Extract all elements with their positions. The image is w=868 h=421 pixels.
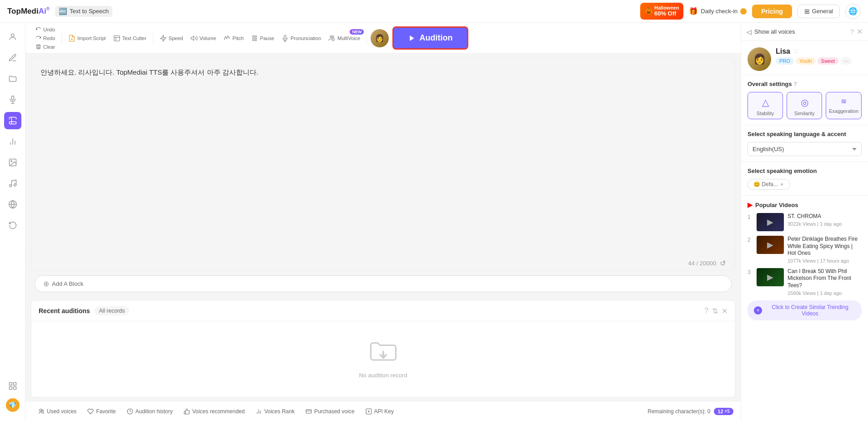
audition-button[interactable]: Audition	[392, 26, 468, 50]
video-meta-2: 1077k Views | 17 hours ago	[788, 258, 862, 264]
multivoice-label: MultiVoice	[337, 36, 360, 41]
api-key-label: API Key	[374, 408, 394, 415]
emotion-section-title: Select speaking emotion	[748, 167, 862, 174]
video-info-3: Can I Break 50 With Phil Mickelson From …	[788, 268, 862, 296]
credit-amount: 12	[717, 409, 723, 414]
similarity-setting[interactable]: ◎ Similarity	[787, 92, 822, 119]
tts-badge: 🔤 Text to Speech	[55, 6, 112, 17]
text-cutter-button[interactable]: Text Cutter	[110, 33, 149, 44]
svg-marker-16	[191, 36, 194, 40]
language-select[interactable]: English(US)	[748, 142, 862, 156]
stability-setting[interactable]: △ Stability	[748, 92, 783, 119]
pitch-button[interactable]: Pitch	[221, 33, 246, 44]
language-section: Select speaking language & accent Englis…	[741, 125, 868, 162]
sidebar-icon-image[interactable]	[4, 154, 21, 171]
show-all-voices-label[interactable]: Show all voices	[754, 28, 848, 35]
daily-checkin-button[interactable]: 🎁 Daily check-in	[689, 7, 747, 15]
halloween-label: Halloween60% Off	[654, 5, 679, 17]
purchased-voice-item[interactable]: Purchased voice	[300, 408, 360, 415]
plus-circle-icon: +	[754, 306, 762, 314]
emotion-chip[interactable]: 😊 Defa... ▼	[748, 179, 790, 190]
svg-rect-1	[11, 96, 14, 100]
used-voices-item[interactable]: Used voices	[33, 408, 82, 415]
language-button[interactable]: 🌐	[845, 4, 861, 19]
emotion-section-label: Select speaking emotion	[748, 167, 817, 174]
char-count: 44 / 20000	[688, 260, 716, 267]
help-icon-panel[interactable]: ?	[850, 28, 854, 36]
svg-rect-10	[13, 387, 16, 390]
import-script-button[interactable]: Import Script	[65, 33, 108, 44]
help-icon-recent[interactable]: ?	[704, 307, 708, 315]
volume-button[interactable]: Volume	[188, 33, 219, 44]
sidebar-icon-folder[interactable]	[4, 70, 21, 87]
sidebar-icon-globe[interactable]	[4, 196, 21, 213]
api-key-item[interactable]: API Key	[360, 408, 399, 415]
svg-marker-21	[410, 36, 414, 41]
voices-rank-item[interactable]: Voices Rank	[250, 408, 300, 415]
pronunciation-button[interactable]: Pronunciation	[279, 33, 324, 44]
halloween-button[interactable]: 🎃 Halloween60% Off	[640, 3, 683, 19]
sidebar-icon-chart[interactable]	[4, 133, 21, 150]
emotion-default-label: 😊 Defa...	[753, 181, 778, 188]
sort-icon[interactable]: ⇅	[712, 307, 718, 315]
sidebar-icon-mic[interactable]	[4, 91, 21, 108]
sidebar-premium-badge[interactable]: 💎	[6, 398, 20, 412]
pause-button[interactable]: Pause	[248, 33, 277, 44]
pronunciation-label: Pronunciation	[291, 36, 321, 41]
sidebar-icon-music[interactable]	[4, 175, 21, 192]
stability-icon: △	[762, 97, 769, 108]
video-item-1[interactable]: 1 ▶ ST. CHROMA 3022k Views | 1 day ago	[748, 213, 862, 231]
close-recent-icon[interactable]: ✕	[722, 307, 728, 315]
redo-label: Redo	[43, 36, 55, 41]
voice-name: Lisa	[776, 47, 790, 56]
video-meta-1: 3022k Views | 1 day ago	[788, 221, 862, 227]
voices-recommended-item[interactable]: Voices recommended	[178, 408, 250, 415]
close-panel-icon[interactable]: ✕	[857, 27, 863, 36]
voice-avatar-small[interactable]: 👩	[371, 29, 389, 47]
youtube-icon: ▶	[748, 201, 753, 208]
clear-button[interactable]: Clear	[33, 43, 58, 51]
heart-icon[interactable]: ♡	[793, 48, 799, 55]
sidebar-icon-edit[interactable]	[4, 49, 21, 66]
pause-label: Pause	[260, 36, 274, 41]
voice-card: 👩 Lisa ♡ PRO Youth Sweet ···	[741, 41, 868, 75]
favorite-item[interactable]: Favorite	[82, 408, 121, 415]
top-nav: TopMediAi® 🔤 Text to Speech 🎃 Halloween6…	[0, 0, 868, 23]
undo-button[interactable]: Undo	[33, 25, 58, 33]
sidebar-icon-profile[interactable]	[4, 28, 21, 46]
sidebar-icon-refresh[interactable]	[4, 217, 21, 234]
voice-avatar-large: 👩	[748, 47, 771, 71]
video-rank-1: 1	[748, 213, 753, 220]
overall-settings-help-icon[interactable]: ?	[794, 81, 797, 87]
reset-icon[interactable]: ↺	[720, 259, 726, 268]
svg-point-23	[40, 409, 42, 411]
editor-content[interactable]: 안녕하세요. 리사입니다. TopMediai TTS를 사용주셔서 아주 감사…	[31, 58, 735, 256]
video-item-3[interactable]: 3 ▶ Can I Break 50 With Phil Mickelson F…	[748, 268, 862, 296]
sidebar-icon-apps[interactable]	[4, 377, 21, 395]
overall-settings-label: Overall settings	[748, 81, 792, 87]
similarity-icon: ◎	[801, 97, 808, 108]
svg-point-24	[42, 410, 44, 411]
create-trending-button[interactable]: + Click to Create Similar Trending Video…	[748, 300, 862, 320]
general-label: General	[812, 8, 833, 15]
clear-label: Clear	[43, 44, 55, 50]
tag-more[interactable]: ···	[840, 57, 852, 65]
svg-rect-18	[255, 36, 256, 41]
all-records-button[interactable]: All records	[95, 306, 130, 315]
video-item-2[interactable]: 2 ▶ Peter Dinklage Breathes Fire While E…	[748, 236, 862, 264]
video-title-1: ST. CHROMA	[788, 213, 862, 220]
svg-point-5	[14, 184, 16, 186]
svg-point-20	[332, 36, 334, 37]
divider-3	[366, 31, 367, 45]
audition-history-item[interactable]: Audition history	[121, 408, 178, 415]
video-title-3: Can I Break 50 With Phil Mickelson From …	[788, 268, 862, 289]
exaggeration-setting[interactable]: ≋ Exaggeration	[826, 92, 862, 119]
pricing-button[interactable]: Pricing	[752, 5, 792, 18]
add-block-button[interactable]: ⊕ Add A Block	[35, 275, 732, 292]
sidebar-icon-tts[interactable]	[4, 112, 21, 129]
general-button[interactable]: ⊞ General	[798, 5, 840, 18]
back-arrow-icon[interactable]: ◁	[747, 28, 752, 36]
add-block-label: Add A Block	[52, 280, 83, 287]
speed-button[interactable]: Speed	[157, 33, 186, 44]
redo-button[interactable]: Redo	[33, 34, 58, 42]
